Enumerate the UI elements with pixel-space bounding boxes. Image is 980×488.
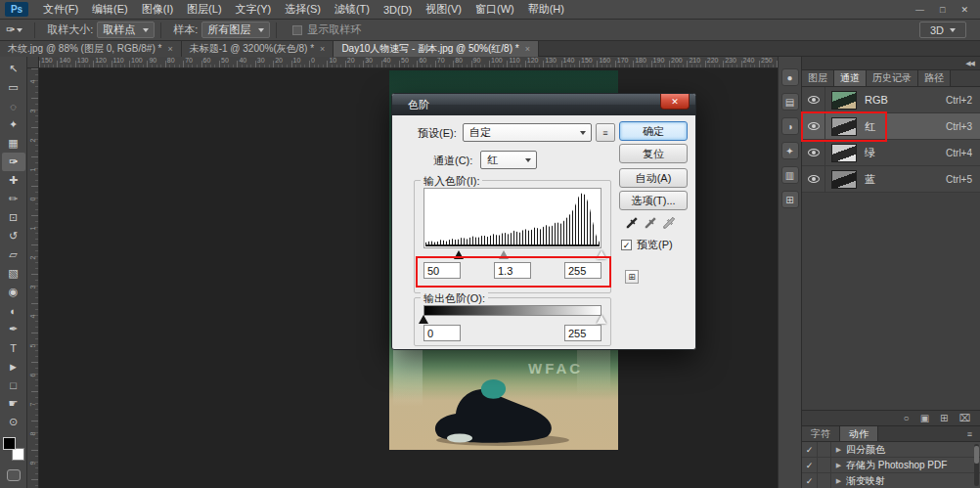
quick-selection-tool-icon[interactable]: ✦ <box>2 115 25 134</box>
shadow-output-slider[interactable] <box>419 315 428 324</box>
sample-size-select[interactable]: 取样点 <box>97 22 155 38</box>
menu-view[interactable]: 视图(V) <box>419 2 468 17</box>
shadow-output-field[interactable] <box>423 325 461 341</box>
active-tool-icon[interactable]: ✑ <box>0 23 28 36</box>
action-row[interactable]: ✓ ▶ 存储为 Photoshop PDF <box>802 458 980 473</box>
action-dialog-toggle[interactable] <box>818 458 831 472</box>
menu-edit[interactable]: 编辑(E) <box>85 2 135 17</box>
menu-help[interactable]: 帮助(H) <box>521 2 571 17</box>
preset-menu-button[interactable]: ≡ <box>596 123 615 142</box>
highlight-output-field[interactable] <box>564 325 601 341</box>
zoom-tool-icon[interactable]: ⊙ <box>2 413 25 431</box>
visibility-toggle[interactable] <box>802 113 825 139</box>
gray-point-eyedropper-icon[interactable] <box>642 215 658 231</box>
eyedropper-tool-icon[interactable]: ✑ <box>2 153 25 171</box>
preview-checkbox[interactable]: ✓ 预览(P) <box>621 238 673 252</box>
document-tab-2[interactable]: 未标题-1 @ 3200%(灰色/8) * × <box>182 41 334 57</box>
crop-tool-icon[interactable]: ▦ <box>2 134 25 153</box>
midtone-input-slider[interactable] <box>499 250 509 259</box>
ruler-origin-corner[interactable] <box>27 57 39 68</box>
tab-actions[interactable]: 动作 <box>840 426 878 441</box>
load-channel-selection-icon[interactable]: ○ <box>904 414 910 423</box>
brush-tool-icon[interactable]: ✏ <box>2 190 25 208</box>
sample-select[interactable]: 所有图层 <box>201 22 270 38</box>
styles-panel-icon[interactable]: ✦ <box>781 142 799 159</box>
menu-select[interactable]: 选择(S) <box>278 2 328 17</box>
tab-channels[interactable]: 通道 <box>834 70 867 86</box>
auto-button[interactable]: 自动(A) <box>619 168 688 188</box>
action-row[interactable]: ✓ ▶ 渐变映射 <box>802 473 980 488</box>
minimize-button[interactable]: — <box>915 5 924 15</box>
pen-tool-icon[interactable]: ✒ <box>2 320 25 338</box>
shadow-input-slider[interactable] <box>454 250 464 259</box>
adjustments-panel-icon[interactable]: ◑ <box>781 117 799 135</box>
channel-row-green[interactable]: 绿 Ctrl+4 <box>802 140 980 166</box>
action-dialog-toggle[interactable] <box>818 442 831 457</box>
swatches-panel-icon[interactable]: ▤ <box>781 93 799 111</box>
tab-character[interactable]: 字符 <box>802 426 840 441</box>
highlight-input-slider[interactable] <box>597 250 606 259</box>
quick-mask-button[interactable] <box>7 469 21 481</box>
channel-row-blue[interactable]: 蓝 Ctrl+5 <box>802 166 980 193</box>
preset-select[interactable]: 自定 <box>463 123 592 142</box>
dialog-titlebar[interactable]: 色阶 <box>392 94 695 115</box>
channel-row-rgb[interactable]: RGB Ctrl+2 <box>802 87 980 113</box>
menu-layer[interactable]: 图层(L) <box>180 2 228 17</box>
menu-image[interactable]: 图像(I) <box>135 2 180 17</box>
marquee-tool-icon[interactable]: ▭ <box>2 78 25 97</box>
close-window-button[interactable]: ✕ <box>960 5 968 15</box>
midtone-input-field[interactable] <box>494 262 531 279</box>
show-sampling-ring-checkbox[interactable]: 显示取样环 <box>292 22 361 37</box>
histogram-grid-icon[interactable]: ⊞ <box>625 270 639 284</box>
ok-button[interactable]: 确定 <box>619 121 688 141</box>
shape-tool-icon[interactable]: □ <box>2 376 25 394</box>
maximize-button[interactable]: □ <box>940 5 945 15</box>
close-tab-icon[interactable]: × <box>320 44 325 54</box>
channel-row-red[interactable]: 红 Ctrl+3 <box>802 113 980 140</box>
delete-channel-icon[interactable]: ⌧ <box>958 414 970 423</box>
color-panel-icon[interactable]: ● <box>781 68 799 86</box>
panel-menu-icon[interactable]: ≡ <box>967 426 980 441</box>
action-check-icon[interactable]: ✓ <box>802 458 818 472</box>
action-dialog-toggle[interactable] <box>818 473 831 488</box>
visibility-toggle[interactable] <box>802 87 825 112</box>
eraser-tool-icon[interactable]: ▱ <box>2 245 25 264</box>
gradient-tool-icon[interactable]: ▧ <box>2 264 25 283</box>
highlight-output-slider[interactable] <box>597 315 606 324</box>
history-brush-tool-icon[interactable]: ↺ <box>2 227 25 245</box>
shadow-input-field[interactable] <box>423 262 461 279</box>
path-selection-tool-icon[interactable]: ► <box>2 357 25 376</box>
move-tool-icon[interactable]: ↖ <box>2 60 25 78</box>
new-channel-icon[interactable]: ⊞ <box>940 414 948 423</box>
visibility-toggle[interactable] <box>802 140 825 165</box>
lasso-tool-icon[interactable]: ◌ <box>2 97 25 115</box>
close-tab-icon[interactable]: × <box>167 44 172 54</box>
options-button[interactable]: 选项(T)... <box>619 191 688 210</box>
tab-paths[interactable]: 路径 <box>918 70 951 86</box>
channel-select[interactable]: 红 <box>480 151 537 169</box>
action-row[interactable]: ✓ ▶ 四分颜色 <box>802 442 980 458</box>
collapse-panels-icon[interactable]: ◀◀ <box>965 60 974 67</box>
navigator-panel-icon[interactable]: ⊞ <box>781 191 799 208</box>
visibility-toggle[interactable] <box>802 166 825 192</box>
blur-tool-icon[interactable]: ◉ <box>2 283 25 301</box>
scrollbar[interactable] <box>974 444 979 486</box>
type-tool-icon[interactable]: T <box>2 338 25 357</box>
menu-type[interactable]: 文字(Y) <box>229 2 279 17</box>
black-point-eyedropper-icon[interactable] <box>623 215 640 231</box>
menu-window[interactable]: 窗口(W) <box>468 2 521 17</box>
close-tab-icon[interactable]: × <box>525 44 530 54</box>
dialog-close-button[interactable]: ✕ <box>660 94 690 110</box>
dodge-tool-icon[interactable]: ◐ <box>2 301 25 320</box>
document-tab-1[interactable]: 木纹.jpg @ 88% (图层 0, RGB/8#) * × <box>0 41 182 57</box>
hand-tool-icon[interactable]: ☛ <box>2 394 25 413</box>
foreground-color-swatch[interactable] <box>3 437 16 450</box>
action-check-icon[interactable]: ✓ <box>802 442 818 457</box>
save-selection-as-channel-icon[interactable]: ▣ <box>920 414 929 423</box>
clone-stamp-tool-icon[interactable]: ⊡ <box>2 208 25 227</box>
menu-3d[interactable]: 3D(D) <box>377 4 419 16</box>
highlight-input-field[interactable] <box>564 262 601 279</box>
menu-filter[interactable]: 滤镜(T) <box>328 2 377 17</box>
white-point-eyedropper-icon[interactable] <box>660 215 677 231</box>
expand-arrow-icon[interactable]: ▶ <box>831 477 846 485</box>
